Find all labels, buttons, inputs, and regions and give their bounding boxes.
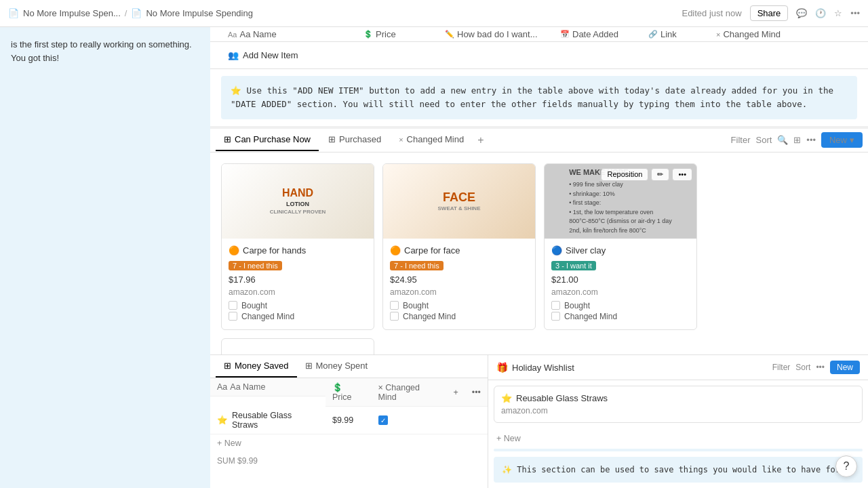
edit-img-button[interactable]: ✏ <box>651 168 669 181</box>
breadcrumb: 📄 No More Impulse Spen... / 📄 No More Im… <box>8 8 253 18</box>
cards-area: HAND LOTION CLINICALLY PROVEN 🟠 Carpe fo… <box>210 152 868 354</box>
add-item-label: Add New Item <box>243 50 298 60</box>
price-col-icon: 💲 <box>363 30 373 39</box>
btab-money-spent[interactable]: ⊞ Money Spent <box>297 355 376 378</box>
money-saved-table: Aa Aa Name 💲 Price × Changed Mind + <box>210 378 488 434</box>
card-price3: $21.00 <box>551 274 690 285</box>
tab-can-purchase-label: Can Purchase Now <box>235 134 311 144</box>
bottom-right-panel: 🎁 Holiday Wishlist Filter Sort ••• New ⭐ <box>488 355 868 488</box>
wishlist-divider <box>494 449 863 451</box>
btab-money-spent-label: Money Spent <box>316 361 368 371</box>
card-badge-text3: 3 - I want it <box>551 261 596 270</box>
add-item-area: 👥 Add New Item <box>210 42 868 69</box>
card-changed-checkbox2[interactable] <box>390 312 399 321</box>
top-bar: 📄 No More Impulse Spen... / 📄 No More Im… <box>0 0 868 27</box>
view-icon[interactable]: ⊞ <box>793 135 801 145</box>
row-name-text: Reusable Glass Straws <box>232 411 319 430</box>
card-changed-checkbox3[interactable] <box>551 312 560 321</box>
card-bought-checkbox3[interactable] <box>551 301 560 310</box>
checked-icon[interactable]: ✓ <box>378 415 388 425</box>
wishlist-add-new[interactable]: + New <box>488 428 868 449</box>
wishlist-new-button[interactable]: New <box>830 361 860 374</box>
wishlist-more[interactable]: ••• <box>816 363 825 372</box>
wishlist-note-box: ✨ This section can be used to save thing… <box>494 457 863 483</box>
add-tab-button[interactable]: + <box>473 129 488 152</box>
tab-changed-mind[interactable]: × Changed Mind <box>391 129 472 151</box>
add-new-row-button[interactable]: + New <box>210 434 488 452</box>
breadcrumb-item2[interactable]: No More Impulse Spending <box>146 8 253 18</box>
card-source2: amazon.com <box>390 287 528 297</box>
wishlist-item: ⭐ Reusable Glass Straws amazon.com <box>494 386 863 423</box>
card-badge2: 7 - I need this <box>390 260 528 270</box>
col-name-label: Aa Name <box>239 29 276 39</box>
right-panel: Aa Aa Name 💲 Price ✏️ How bad do I want.… <box>210 27 868 488</box>
comment-icon[interactable]: 💬 <box>796 8 807 18</box>
td-name: ⭐ Reusable Glass Straws <box>210 407 326 434</box>
btab-money-saved[interactable]: ⊞ Money Saved <box>216 355 297 378</box>
card-changed-row3: Changed Mind <box>551 312 690 321</box>
breadcrumb-page-icon: 📄 <box>8 8 19 18</box>
changed-col-x-icon: × <box>716 30 720 39</box>
sort-button[interactable]: Sort <box>755 135 772 145</box>
card-changed-checkbox1[interactable] <box>229 312 237 321</box>
card-bought-checkbox1[interactable] <box>229 301 237 310</box>
filter-button[interactable]: Filter <box>731 135 751 145</box>
tab-purchased-label: Purchased <box>339 134 381 144</box>
card-icon3: 🔵 <box>551 245 562 256</box>
tab-can-purchase[interactable]: ⊞ Can Purchase Now <box>216 129 319 151</box>
more-img-button[interactable]: ••• <box>672 168 692 181</box>
share-button[interactable]: Share <box>750 5 789 21</box>
table-header-row: Aa Aa Name 💲 Price × Changed Mind + <box>210 378 488 407</box>
wishlist-sort[interactable]: Sort <box>795 363 810 372</box>
new-btn-chevron: ▾ <box>850 135 854 145</box>
wishlist-new-item-label: + New <box>496 434 521 443</box>
new-card-button[interactable]: + New <box>221 338 374 354</box>
add-new-item-button[interactable]: 👥 Add New Item <box>221 47 305 63</box>
wishlist-filter[interactable]: Filter <box>772 363 791 372</box>
help-button[interactable]: ? <box>835 455 857 477</box>
td-checked: ✓ <box>372 407 447 434</box>
card-badge-text1: 7 - I need this <box>229 261 282 270</box>
card-price1: $17.96 <box>229 274 367 285</box>
left-panel-text: is the first step to really working on s… <box>11 38 199 64</box>
top-bar-right: Edited just now Share 💬 🕐 ☆ ••• <box>682 5 860 21</box>
card-bought-row1: Bought <box>229 301 367 310</box>
table-header: Aa Aa Name 💲 Price ✏️ How bad do I want.… <box>210 27 868 42</box>
new-button[interactable]: New ▾ <box>821 132 863 148</box>
card-silver-clay: WE MAKE HOPE • 999 fine silver clay • sh… <box>544 163 697 330</box>
breadcrumb-separator: / <box>125 8 127 18</box>
th-price-label: Price <box>332 392 351 402</box>
col-want: ✏️ How bad do I want... <box>438 29 553 39</box>
col-name: Aa Aa Name <box>221 29 357 39</box>
th-add-col[interactable]: + <box>447 378 465 407</box>
clock-icon[interactable]: 🕐 <box>815 8 826 18</box>
th-price: 💲 Price <box>326 378 372 407</box>
tab-purchased[interactable]: ⊞ Purchased <box>320 129 389 151</box>
th-name: Aa Aa Name <box>210 378 326 396</box>
new-btn-label: New <box>829 135 847 145</box>
card-changed-row2: Changed Mind <box>390 312 528 321</box>
card-badge1: 7 - I need this <box>229 260 367 270</box>
search-icon[interactable]: 🔍 <box>777 135 788 145</box>
star-icon[interactable]: ☆ <box>834 8 842 18</box>
tabs-row: ⊞ Can Purchase Now ⊞ Purchased × Changed… <box>210 129 868 152</box>
col-date: 📅 Date Added <box>553 29 642 39</box>
td-empty2 <box>465 407 488 434</box>
th-changed: × Changed Mind <box>372 378 447 407</box>
card-bought-row2: Bought <box>390 301 528 310</box>
card-icon2: 🟠 <box>390 245 401 256</box>
card-price2: $24.95 <box>390 274 528 285</box>
sum-label: SUM $9.99 <box>217 456 258 466</box>
more-icon[interactable]: ••• <box>850 8 860 18</box>
th-changed-label: × Changed Mind <box>378 383 420 402</box>
reposition-button[interactable]: Reposition <box>601 168 648 181</box>
breadcrumb-item1[interactable]: No More Impulse Spen... <box>23 8 121 18</box>
col-changed-label: Changed Mind <box>723 29 781 39</box>
th-more-col[interactable]: ••• <box>465 378 488 407</box>
card-bought-checkbox2[interactable] <box>390 301 399 310</box>
bottom-section: ⊞ Money Saved ⊞ Money Spent Aa Aa Name <box>210 354 868 488</box>
more-options-icon[interactable]: ••• <box>806 135 816 145</box>
card-icon1: 🟠 <box>229 245 239 256</box>
want-col-icon: ✏️ <box>445 30 454 39</box>
card-changed-label1: Changed Mind <box>241 312 294 321</box>
